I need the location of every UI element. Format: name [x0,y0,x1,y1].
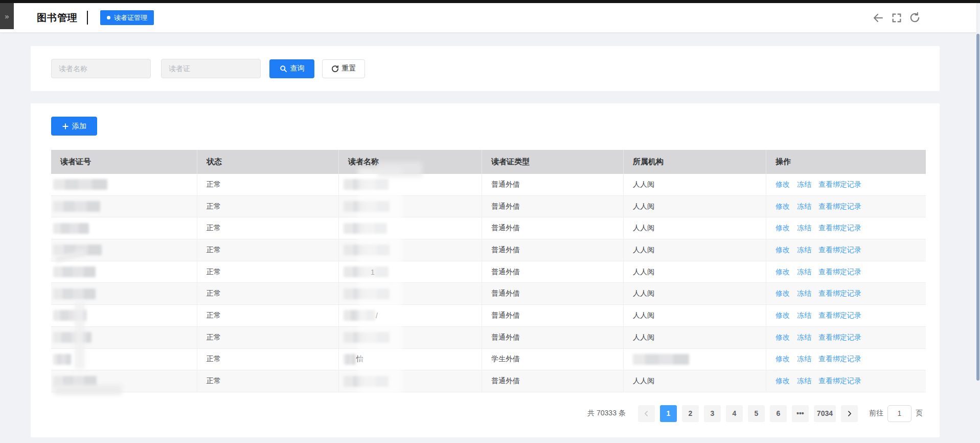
goto-page-suffix: 页 [916,409,923,418]
freeze-link[interactable]: 冻结 [797,376,811,386]
cell-organization: 人人阅 [624,174,766,195]
view-binding-records-link[interactable]: 查看绑定记录 [818,180,861,189]
modify-link[interactable]: 修改 [776,246,790,255]
modify-link[interactable]: 修改 [776,333,790,342]
chevrons-right-icon: » [5,12,9,20]
header-actions [872,3,921,32]
cell-actions: 修改冻结查看绑定记录 [766,349,926,370]
view-binding-records-link[interactable]: 查看绑定记录 [818,268,861,277]
page-button-6[interactable]: 6 [770,405,787,422]
cell-reader-name [339,239,482,261]
sidebar-collapse-toggle[interactable]: » [0,3,14,29]
prev-page-button[interactable] [638,405,655,422]
cell-organization: 人人阅 [624,283,766,304]
freeze-link[interactable]: 冻结 [797,333,811,342]
vertical-scrollbar-thumb[interactable] [976,34,979,381]
page-button-3[interactable]: 3 [704,405,721,422]
view-binding-records-link[interactable]: 查看绑定记录 [818,333,861,342]
visible-name-fragment: 1 [371,268,375,276]
page-title: 图书管理 [37,3,78,32]
cell-organization: 人人阅 [624,217,766,239]
cell-status: 正常 [197,217,339,239]
modify-link[interactable]: 修改 [776,180,790,189]
redacted-text [53,223,89,234]
goto-page-input[interactable] [887,405,911,422]
page-button-7034[interactable]: 7034 [814,405,836,422]
fullscreen-icon[interactable] [891,12,902,24]
cell-organization: 人人阅 [624,239,766,261]
row-action-links: 修改冻结查看绑定记录 [776,333,861,342]
cell-reader-name [339,174,482,195]
page-button-4[interactable]: 4 [726,405,743,422]
modify-link[interactable]: 修改 [776,202,790,211]
row-action-links: 修改冻结查看绑定记录 [776,224,861,233]
view-binding-records-link[interactable]: 查看绑定记录 [818,246,861,255]
table-row: 正常普通外借人人阅修改冻结查看绑定记录 [51,217,926,239]
page-button-2[interactable]: 2 [682,405,699,422]
reader-card-input[interactable] [161,59,261,78]
cell-reader-name [339,217,482,239]
view-binding-records-link[interactable]: 查看绑定记录 [818,311,861,320]
view-binding-records-link[interactable]: 查看绑定记录 [818,355,861,364]
page-button-5[interactable]: 5 [748,405,765,422]
query-button[interactable]: 查询 [269,59,314,78]
back-arrow-icon[interactable] [872,12,884,24]
cell-reader-name [339,327,482,348]
reset-button[interactable]: 重置 [322,59,365,78]
cell-status: 正常 [197,239,339,261]
modify-link[interactable]: 修改 [776,289,790,298]
cell-organization: 人人阅 [624,196,766,217]
redacted-text [53,245,102,255]
modify-link[interactable]: 修改 [776,311,790,320]
tab-reader-card-management[interactable]: 读者证管理 [100,10,154,25]
cell-card-number [51,327,197,348]
add-button[interactable]: 添加 [51,117,97,136]
page-button-1[interactable]: 1 [660,405,677,422]
view-binding-records-link[interactable]: 查看绑定记录 [818,289,861,298]
col-header-card-type: 读者证类型 [482,150,624,174]
cell-status: 正常 [197,261,339,283]
view-binding-records-link[interactable]: 查看绑定记录 [818,202,861,211]
view-binding-records-link[interactable]: 查看绑定记录 [818,376,861,386]
freeze-link[interactable]: 冻结 [797,311,811,320]
cell-organization: 人人阅 [624,305,766,326]
view-binding-records-link[interactable]: 查看绑定记录 [818,224,861,233]
title-divider [87,11,88,25]
cell-card-type: 学生外借 [482,349,624,370]
next-page-button[interactable] [841,405,858,422]
redacted-text [53,201,100,212]
row-action-links: 修改冻结查看绑定记录 [776,355,861,364]
refresh-icon[interactable] [909,12,921,24]
reader-card-table: 读者证号 状态 读者名称 读者证类型 所属机构 操作 正常普通外借人人阅修改冻结… [51,150,926,392]
freeze-link[interactable]: 冻结 [797,202,811,211]
cell-status: 正常 [197,305,339,326]
cell-card-number [51,196,197,217]
cell-card-number [51,370,197,392]
freeze-link[interactable]: 冻结 [797,180,811,189]
cell-reader-name [339,283,482,304]
goto-page-group: 前往 页 [869,405,923,422]
active-tab-dot-icon [107,16,110,19]
redacted-text [344,267,389,277]
cell-card-number [51,261,197,283]
freeze-link[interactable]: 冻结 [797,246,811,255]
more-pages-button[interactable]: ••• [792,405,809,422]
redacted-text [53,354,71,365]
freeze-link[interactable]: 冻结 [797,268,811,277]
modify-link[interactable]: 修改 [776,376,790,386]
modify-link[interactable]: 修改 [776,355,790,364]
redacted-text [344,310,375,321]
row-action-links: 修改冻结查看绑定记录 [776,376,861,386]
reader-name-input[interactable] [51,59,151,78]
redacted-text [344,223,387,234]
freeze-link[interactable]: 冻结 [797,289,811,298]
freeze-link[interactable]: 冻结 [797,355,811,364]
modify-link[interactable]: 修改 [776,224,790,233]
cell-card-number [51,305,197,326]
table-row: 正常普通外借人人阅修改冻结查看绑定记录 [51,283,926,305]
cell-card-type: 普通外借 [482,174,624,195]
visible-name-fragment: 怡 [356,355,363,364]
freeze-link[interactable]: 冻结 [797,224,811,233]
redacted-text [344,289,390,299]
modify-link[interactable]: 修改 [776,268,790,277]
